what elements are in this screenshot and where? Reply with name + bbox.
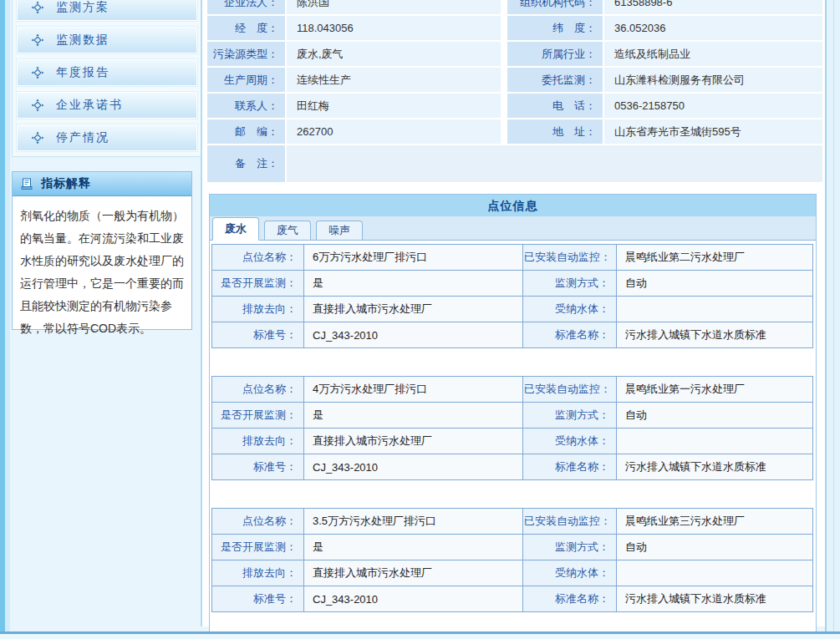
compass-diamond-icon (31, 99, 44, 112)
sidebar-item-label: 企业承诺书 (56, 98, 123, 113)
right-edge-line (833, 0, 834, 639)
column-spacer (502, 16, 506, 40)
field-label: 电 话： (507, 94, 603, 118)
sidebar-item-label: 年度报告 (56, 65, 109, 80)
field-value: 直接排入城市污水处理厂 (304, 429, 523, 454)
column-spacer (502, 42, 506, 66)
field-value: 3.5万方污水处理厂排污口 (304, 509, 523, 535)
table-row: 点位名称： 6万方污水处理厂排污口 已安装自动监控： 晨鸣纸业第二污水处理厂 (212, 245, 813, 271)
field-value: 4万方污水处理厂排污口 (304, 377, 523, 403)
indicator-explanation-header: 指标解释 (13, 172, 191, 196)
point-info-title: 点位信息 (210, 195, 816, 216)
indicator-explanation-text: 剂氧化的物质（一般为有机物）的氧当量。在河流污染和工业废水性质的研究以及废水处理… (13, 196, 191, 348)
field-label: 标准名称： (523, 586, 617, 612)
field-value: 262700 (287, 119, 501, 144)
field-label: 企业法人： (207, 0, 285, 14)
tab-noise[interactable]: 噪声 (316, 221, 363, 240)
field-label: 排放去向： (212, 297, 304, 322)
table-row-remark: 备 注： (207, 145, 822, 182)
field-value: 污水排入城镇下水道水质标准 (617, 586, 813, 612)
field-value (617, 560, 813, 586)
field-label: 生产周期： (207, 68, 285, 92)
table-row: 标准号： CJ_343-2010 标准名称： 污水排入城镇下水道水质标准 (212, 586, 813, 612)
field-label: 已安装自动监控： (523, 509, 617, 535)
column-spacer (502, 68, 506, 92)
sidebar-item-label: 监测方案 (56, 0, 109, 15)
field-label: 标准名称： (523, 322, 617, 348)
bottom-padding (0, 634, 840, 639)
field-value: 36.052036 (604, 16, 822, 40)
field-value: 自动 (617, 403, 813, 429)
field-value: 山东省寿光市圣城街595号 (604, 119, 822, 144)
field-label: 受纳水体： (523, 560, 617, 586)
field-value: 晨鸣纸业第三污水处理厂 (617, 509, 813, 535)
point-table: 点位名称： 3.5万方污水处理厂排污口 已安装自动监控： 晨鸣纸业第三污水处理厂… (211, 508, 813, 612)
remark-value (287, 145, 822, 182)
table-row: 是否开展监测： 是 监测方式： 自动 (212, 535, 813, 560)
point-info-content: 点位名称： 6万方污水处理厂排污口 已安装自动监控： 晨鸣纸业第二污水处理厂 是… (210, 241, 816, 639)
field-label: 标准名称： (523, 454, 617, 480)
field-value: 田红梅 (287, 94, 501, 118)
sidebar-item-commitment[interactable]: 企业承诺书 (17, 92, 197, 119)
left-accent-stripe-light (5, 0, 10, 639)
table-row: 污染源类型： 废水,废气 所属行业： 造纸及纸制品业 (207, 42, 822, 66)
field-value (617, 297, 813, 322)
sidebar-item-monitor-data[interactable]: 监测数据 (17, 27, 197, 53)
field-value: 自动 (617, 271, 813, 297)
field-value: 废水,废气 (287, 42, 501, 66)
table-row: 排放去向： 直接排入城市污水处理厂 受纳水体： (212, 560, 813, 586)
field-label: 邮 编： (207, 119, 285, 144)
field-value: 是 (304, 271, 523, 297)
column-spacer (502, 0, 506, 14)
tab-waste-gas[interactable]: 废气 (264, 221, 311, 240)
field-value: 连续性生产 (287, 68, 501, 92)
field-label: 标准号： (212, 454, 304, 480)
field-label: 委托监测： (507, 68, 603, 92)
main-content: 企业法人： 陈洪国 组织机构代码： 61358898-6 经 度： 118.04… (201, 0, 828, 626)
field-value: 直接排入城市污水处理厂 (304, 297, 523, 322)
field-label: 监测方式： (523, 403, 617, 429)
field-label: 所属行业： (507, 42, 603, 66)
field-value: 自动 (617, 535, 813, 560)
field-value (617, 429, 813, 454)
column-spacer (502, 94, 506, 118)
column-spacer (502, 119, 506, 144)
field-label: 地 址： (507, 119, 603, 144)
field-value: 晨鸣纸业第二污水处理厂 (617, 245, 813, 271)
field-label: 纬 度： (507, 16, 603, 40)
field-label: 标准号： (212, 322, 304, 348)
field-value: 是 (304, 535, 523, 560)
field-label: 是否开展监测： (212, 403, 304, 429)
table-row: 排放去向： 直接排入城市污水处理厂 受纳水体： (212, 429, 813, 454)
sidebar-item-annual-report[interactable]: 年度报告 (17, 59, 197, 86)
sidebar-item-label: 监测数据 (56, 33, 109, 48)
tab-wastewater[interactable]: 废水 (212, 217, 259, 241)
field-label: 受纳水体： (523, 429, 617, 454)
enterprise-info-table: 企业法人： 陈洪国 组织机构代码： 61358898-6 经 度： 118.04… (206, 0, 824, 184)
field-value: 61358898-6 (604, 0, 822, 14)
field-value: CJ_343-2010 (304, 322, 523, 348)
field-label: 已安装自动监控： (523, 377, 617, 403)
field-label: 标准号： (212, 586, 304, 612)
field-value: CJ_343-2010 (304, 586, 523, 612)
field-label: 污染源类型： (207, 42, 285, 66)
field-value: 污水排入城镇下水道水质标准 (617, 454, 813, 480)
table-row: 生产周期： 连续性生产 委托监测： 山东潍科检测服务有限公司 (207, 68, 822, 92)
sidebar-item-shutdown-status[interactable]: 停产情况 (17, 124, 197, 151)
field-value: 0536-2158750 (604, 94, 822, 118)
compass-diamond-icon (31, 1, 44, 14)
point-table: 点位名称： 6万方污水处理厂排污口 已安装自动监控： 晨鸣纸业第二污水处理厂 是… (211, 244, 813, 348)
page: 监测方案 监测数据 年度报告 企业承诺书 (0, 0, 840, 639)
field-label: 点位名称： (212, 245, 304, 271)
table-row: 标准号： CJ_343-2010 标准名称： 污水排入城镇下水道水质标准 (212, 322, 813, 348)
table-row: 联系人： 田红梅 电 话： 0536-2158750 (207, 94, 822, 118)
field-value: CJ_343-2010 (304, 454, 523, 480)
table-row: 排放去向： 直接排入城市污水处理厂 受纳水体： (212, 297, 813, 322)
point-info-panel: 点位信息 废水 废气 噪声 点位名称： 6万方污水处理厂排污口 已安装自动监控：… (209, 194, 817, 639)
field-value: 污水排入城镇下水道水质标准 (617, 322, 813, 348)
field-label: 点位名称： (212, 509, 304, 535)
compass-diamond-icon (31, 131, 44, 145)
compass-diamond-icon (31, 33, 44, 47)
table-row: 是否开展监测： 是 监测方式： 自动 (212, 271, 813, 297)
sidebar-item-monitor-plan[interactable]: 监测方案 (17, 0, 197, 21)
